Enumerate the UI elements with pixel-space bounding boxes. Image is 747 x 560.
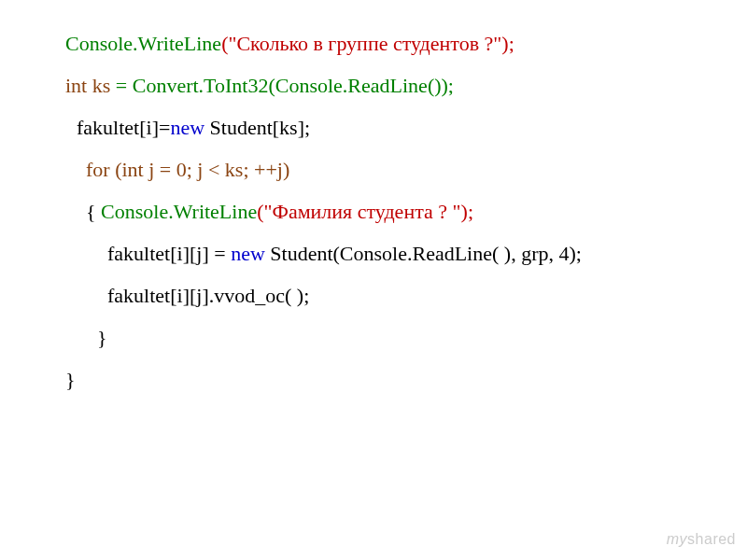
code-token: for (int j = 0; j < ks; ++j) [86,158,289,181]
code-token: int ks [65,74,116,97]
code-block: Console.WriteLine("Сколько в группе студ… [0,28,747,395]
code-token: fakultet[i][j].vvod_oc( ); [107,284,309,307]
code-line-1: Console.WriteLine("Сколько в группе студ… [65,28,747,59]
code-token: } [97,326,107,349]
code-token: ("Фамилия студента ? "); [257,200,473,223]
code-token: { [86,200,101,223]
code-token: fakultet[i]= [77,116,170,139]
code-token: Console.WriteLine [101,200,257,223]
code-token: ("Сколько в группе студентов ?"); [221,32,514,55]
code-line-2: int ks = Convert.ToInt32(Console.ReadLin… [65,70,747,101]
code-token: fakultet[i][j] = [107,242,231,265]
code-token: = Convert.ToInt32(Console.ReadLine()); [116,74,454,97]
code-token: Student(Console.ReadLine( ), grp, 4); [270,242,582,265]
code-token: Console.WriteLine [65,32,221,55]
code-line-5: { Console.WriteLine("Фамилия студента ? … [65,196,747,227]
code-token: new [231,242,270,265]
code-token: Student[ks]; [210,116,311,139]
code-line-8: } [65,322,747,353]
code-token: new [170,116,209,139]
code-line-3: fakultet[i]=new Student[ks]; [65,112,747,143]
code-line-9: } [65,364,747,395]
code-line-7: fakultet[i][j].vvod_oc( ); [65,280,747,311]
code-token: } [65,368,76,391]
code-line-6: fakultet[i][j] = new Student(Console.Rea… [65,238,747,269]
watermark: myshared [667,528,736,551]
code-line-4: for (int j = 0; j < ks; ++j) [65,154,747,185]
